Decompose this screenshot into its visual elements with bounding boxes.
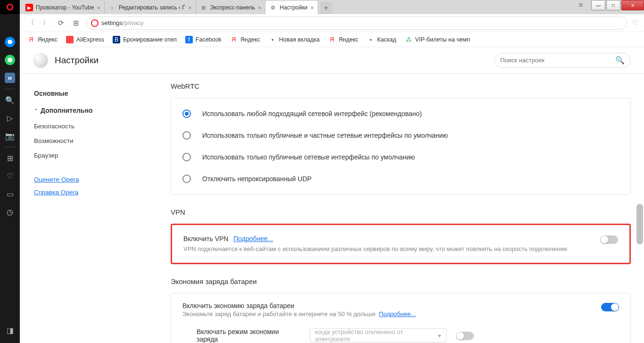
battery-mode-toggle[interactable] xyxy=(456,332,474,340)
bookmarks-bar: ЯЯндексAliExpressBБронирование отелfFace… xyxy=(20,32,644,47)
battery-mode-label: Включать режим экономии заряда xyxy=(197,328,300,343)
left-sidebar: O w 🔍 ▷ 📷 ⊞ ♡ ▭ ◷ ◨ xyxy=(0,0,20,343)
speed-dial-button[interactable]: ⊞ xyxy=(71,18,81,28)
settings-search[interactable]: 🔍 xyxy=(494,53,631,68)
bookmark-label: AliExpress xyxy=(76,36,104,43)
separator xyxy=(5,89,15,89)
menu-icon[interactable]: ≡ xyxy=(574,0,587,10)
bookmark-heart-icon[interactable]: ♡ xyxy=(632,18,638,27)
nav-browser[interactable]: Браузер xyxy=(34,148,128,163)
forward-button[interactable]: 〉 xyxy=(41,18,51,28)
rate-opera-link[interactable]: Оцените Opera xyxy=(34,173,128,186)
vpn-description: VPN подключается к веб-сайтам с использо… xyxy=(183,245,593,253)
webrtc-option-0[interactable]: Использовать любой подходящий сетевой ин… xyxy=(171,103,630,125)
tab-favicon: ⊞ xyxy=(200,4,207,11)
news-icon[interactable]: ▭ xyxy=(0,185,20,203)
play-icon[interactable]: ▷ xyxy=(0,109,20,127)
reload-button[interactable]: ⟳ xyxy=(56,18,66,28)
bookmark-label: Facebook xyxy=(196,36,222,43)
bookmark-label: Новая вкладка xyxy=(279,36,320,43)
search-icon[interactable]: 🔍 xyxy=(0,91,20,109)
toolbar: 〈 〉 ⟳ ⊞ settings/privacy ♡ xyxy=(20,14,644,32)
address-bar[interactable]: settings/privacy xyxy=(86,17,627,30)
vpn-toggle-label: Включить VPN xyxy=(183,235,228,243)
vpn-learn-more-link[interactable]: Подробнее... xyxy=(233,235,273,243)
webrtc-option-1[interactable]: Использовать только публичные и частные … xyxy=(171,125,630,146)
whatsapp-icon[interactable] xyxy=(0,51,20,69)
bookmark-3[interactable]: fFacebook xyxy=(185,36,222,43)
webrtc-option-2[interactable]: Использовать только публичные сетевые ин… xyxy=(171,146,630,168)
battery-mode-select[interactable]: когда устройство отключено от электросет… xyxy=(310,328,446,343)
radio-icon xyxy=(182,153,191,161)
tab-3[interactable]: ⚙Настройки× xyxy=(265,1,318,14)
bookmark-8[interactable]: ⁂VIP-билеты на чемп xyxy=(405,36,471,43)
chevron-down-icon: ▾ xyxy=(438,332,441,339)
history-icon[interactable]: ◷ xyxy=(0,203,20,221)
url-text: settings/privacy xyxy=(101,19,144,26)
radio-icon xyxy=(182,175,191,183)
bookmark-6[interactable]: ЯЯндекс xyxy=(328,36,358,43)
bookmark-favicon: B xyxy=(113,36,120,43)
settings-header: Настройки 🔍 xyxy=(20,47,644,74)
tab-title: Редактировать запись ‹ Г xyxy=(119,4,185,11)
settings-main: WebRTC Использовать любой подходящий сет… xyxy=(128,74,644,343)
tab-1[interactable]: ⟐Редактировать запись ‹ Г× xyxy=(105,1,196,14)
tab-close-icon[interactable]: × xyxy=(258,4,262,11)
radio-icon xyxy=(182,109,191,118)
search-icon: 🔍 xyxy=(615,56,625,65)
content-area: Основные ⌃Дополнительно Безопасность Воз… xyxy=(20,74,644,343)
new-tab-button[interactable]: + xyxy=(320,2,332,14)
bookmark-favicon: ▪ xyxy=(367,36,374,43)
bookmark-label: Яндекс xyxy=(339,36,358,43)
maximize-button[interactable]: □ xyxy=(606,0,620,10)
tab-2[interactable]: ⊞Экспресс-панель× xyxy=(196,1,266,14)
radio-icon xyxy=(182,131,191,140)
bookmark-7[interactable]: ▪Каскад xyxy=(367,36,396,43)
tab-close-icon[interactable]: × xyxy=(188,4,192,11)
tab-close-icon[interactable]: × xyxy=(310,4,314,11)
tab-0[interactable]: ▶Провокатор - YouTube× xyxy=(22,1,105,14)
back-button[interactable]: 〈 xyxy=(25,18,36,28)
battery-toggle[interactable] xyxy=(601,303,619,311)
settings-nav: Основные ⌃Дополнительно Безопасность Воз… xyxy=(20,74,128,343)
tab-title: Настройки xyxy=(280,4,307,11)
speed-dial-icon[interactable]: ⊞ xyxy=(0,149,20,167)
sidebar-toggle-icon[interactable]: ◨ xyxy=(0,321,20,339)
bookmark-favicon: ⁂ xyxy=(405,36,413,43)
vk-icon[interactable]: w xyxy=(0,69,20,87)
radio-label: Использовать любой подходящий сетевой ин… xyxy=(202,110,422,117)
heart-icon[interactable]: ♡ xyxy=(0,167,20,185)
bookmark-0[interactable]: ЯЯндекс xyxy=(27,36,58,43)
battery-learn-more-link[interactable]: Подробнее... xyxy=(379,310,416,318)
bookmark-favicon: Я xyxy=(230,36,238,43)
opera-logo[interactable]: O xyxy=(0,0,20,14)
messenger-icon[interactable] xyxy=(0,33,20,51)
bookmark-5[interactable]: ▪Новая вкладка xyxy=(269,36,320,43)
tab-bar: ▶Провокатор - YouTube×⟐Редактировать зап… xyxy=(20,0,644,14)
bookmark-2[interactable]: BБронирование отел xyxy=(113,36,177,43)
bookmark-favicon: f xyxy=(185,36,193,43)
help-opera-link[interactable]: Справка Opera xyxy=(34,186,128,199)
chevron-down-icon: ⌃ xyxy=(34,108,38,113)
tab-title: Провокатор - YouTube xyxy=(36,4,94,11)
nav-features[interactable]: Возможности xyxy=(34,134,128,148)
bookmark-1[interactable]: AliExpress xyxy=(66,36,104,43)
nav-advanced[interactable]: ⌃Дополнительно xyxy=(34,102,128,119)
camera-icon[interactable]: 📷 xyxy=(0,127,20,145)
battery-card: Включить экономию заряда батареи Экономь… xyxy=(171,293,631,343)
webrtc-option-3[interactable]: Отключить непроксированный UDP xyxy=(171,168,630,190)
radio-label: Использовать только публичные сетевые ин… xyxy=(202,153,415,161)
opera-icon xyxy=(91,19,99,27)
bookmark-label: Яндекс xyxy=(240,36,260,43)
vpn-toggle[interactable] xyxy=(600,235,618,244)
tab-close-icon[interactable]: × xyxy=(97,4,100,11)
webrtc-title: WebRTC xyxy=(171,82,631,90)
scrollbar-thumb[interactable] xyxy=(636,204,643,244)
nav-security[interactable]: Безопасность xyxy=(34,119,128,134)
close-button[interactable]: ✕ xyxy=(621,0,644,10)
nav-basic[interactable]: Основные xyxy=(34,85,128,102)
search-input[interactable] xyxy=(500,57,615,64)
bookmark-4[interactable]: ЯЯндекс xyxy=(230,36,260,43)
minimize-button[interactable]: — xyxy=(591,0,605,10)
vpn-card: Включить VPN Подробнее... VPN подключает… xyxy=(171,224,631,264)
